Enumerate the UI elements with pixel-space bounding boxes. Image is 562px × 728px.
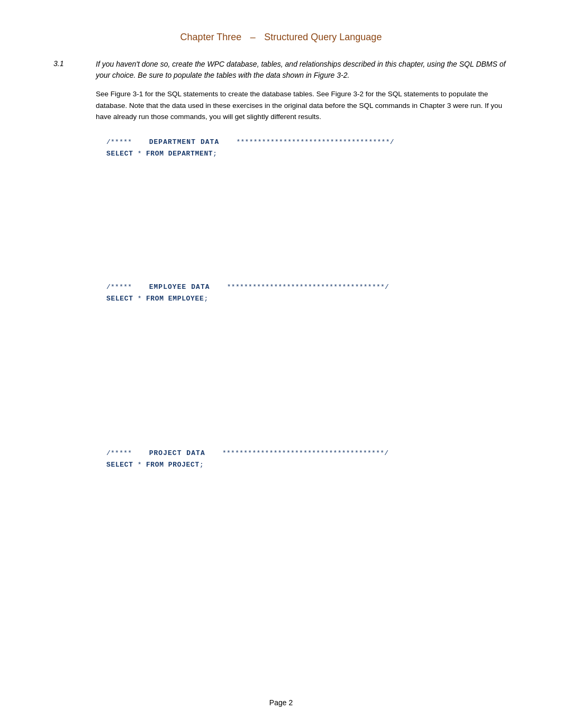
department-query: SELECT * FROM DEPARTMENT;	[106, 148, 509, 160]
section-3-1: 3.1 If you haven't done so, create the W…	[53, 59, 509, 483]
chapter-subtitle: Structured Query Language	[264, 32, 382, 42]
page-container: Chapter Three – Structured Query Languag…	[43, 0, 519, 728]
employee-results-spacer	[96, 316, 509, 443]
chapter-separator: –	[250, 32, 256, 42]
department-results-spacer	[96, 171, 509, 277]
chapter-heading: Chapter Three – Structured Query Languag…	[53, 32, 509, 43]
project-query: SELECT * FROM PROJECT;	[106, 459, 509, 471]
section-body-text: See Figure 3-1 for the SQL statements to…	[96, 88, 509, 123]
section-content: If you haven't done so, create the WPC d…	[96, 59, 509, 483]
department-comment: /***** DEPARTMENT DATA *****************…	[106, 136, 509, 148]
project-comment: /***** PROJECT DATA ********************…	[106, 448, 509, 459]
chapter-title: Chapter Three	[180, 32, 242, 42]
page-footer: Page 2	[43, 698, 519, 707]
page-number: Page 2	[269, 698, 293, 707]
code-block-project: /***** PROJECT DATA ********************…	[96, 443, 509, 475]
employee-comment: /***** EMPLOYEE DATA *******************…	[106, 281, 509, 293]
code-block-department: /***** DEPARTMENT DATA *****************…	[96, 132, 509, 164]
code-block-employee: /***** EMPLOYEE DATA *******************…	[96, 277, 509, 309]
employee-query: SELECT * FROM EMPLOYEE;	[106, 293, 509, 305]
section-intro-text: If you haven't done so, create the WPC d…	[96, 59, 509, 81]
section-number: 3.1	[53, 59, 96, 483]
